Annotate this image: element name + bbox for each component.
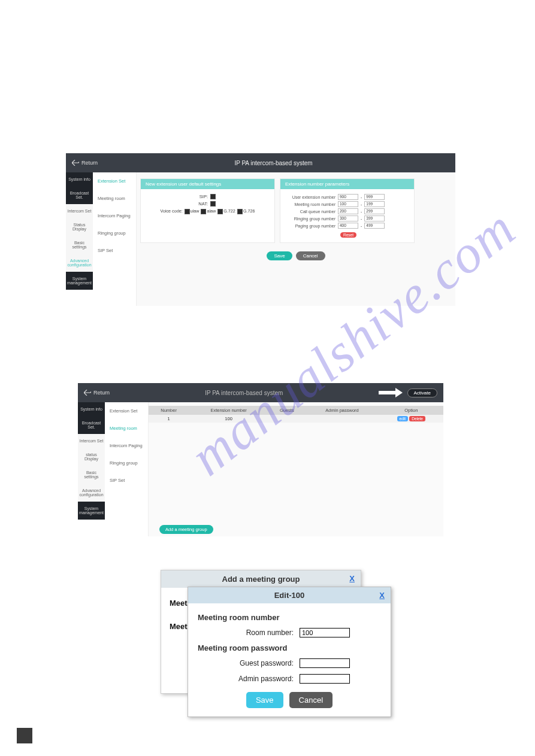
admin-password-input[interactable] [300, 674, 350, 684]
leftnav: System infoBroadcast Set.Intercom SetSta… [66, 172, 93, 306]
card-title: Extension number parameters [280, 179, 414, 189]
leftnav-item[interactable]: Intercom Set [78, 434, 105, 448]
add-meeting-group-button[interactable]: Add a meeting group [159, 525, 213, 534]
room-number-input[interactable] [300, 628, 350, 637]
subnav-item[interactable]: Meeting room [105, 420, 148, 437]
admin-password-label: Admin password: [198, 675, 300, 683]
app-title: IP PA intercom-based system [98, 160, 449, 166]
reset-button[interactable]: Reset [340, 232, 356, 238]
action-buttons: Save Cancel [140, 251, 452, 260]
subnav-item[interactable]: SIP Set [105, 472, 148, 489]
dialog-edit-meeting: Edit-100 X Meeting room number Room numb… [188, 587, 391, 717]
return-arrow-icon [84, 390, 91, 396]
param-to-input[interactable]: 199 [364, 201, 385, 207]
param-row: User extension number900-999 [285, 194, 409, 200]
param-label: Ringing group number [285, 217, 338, 221]
save-button[interactable]: Save [246, 692, 283, 708]
leftnav-item[interactable]: Broadcast Set. [78, 416, 105, 434]
cell-extension: 100 [189, 415, 268, 423]
leftnav-item[interactable]: System management [66, 272, 93, 290]
leftnav-item[interactable]: Advanced configuration [66, 254, 93, 272]
close-button[interactable]: X [379, 591, 385, 600]
table-header: Extension number [189, 406, 268, 415]
close-button[interactable]: X [349, 574, 355, 583]
voice-checkbox[interactable] [185, 209, 190, 214]
table-header: Admin password [306, 406, 379, 415]
return-arrow-icon [72, 160, 79, 166]
subnav-item[interactable]: Intercom Paging [105, 437, 148, 454]
cancel-button[interactable]: Cancel [289, 692, 333, 708]
leftnav-item[interactable]: Broadcast Set. [66, 186, 93, 204]
param-to-input[interactable]: 399 [364, 215, 385, 221]
activate-button[interactable]: Activate [407, 388, 437, 397]
table-header: Number [149, 406, 189, 415]
dialog-buttons: Save Cancel [198, 692, 381, 708]
voice-checkbox[interactable] [201, 209, 206, 214]
save-button[interactable]: Save [267, 251, 292, 260]
table-header: Guests [268, 406, 306, 415]
card-title: New extension user default settings [141, 179, 274, 189]
leftnav-item[interactable]: Advanced configuration [78, 484, 105, 502]
leftnav-item[interactable]: Basic settings [78, 466, 105, 484]
param-to-input[interactable]: 499 [364, 223, 385, 229]
param-label: Call queue number [285, 210, 338, 214]
param-row: Paging group number400-499 [285, 223, 409, 229]
leftnav-item[interactable]: status Display [78, 448, 105, 466]
leftnav-item[interactable]: System management [78, 502, 105, 520]
voice-checkbox[interactable] [237, 209, 243, 214]
table-row: 1100edit Delete [149, 415, 443, 423]
voice-option-label: G.726 [243, 208, 255, 214]
cancel-button[interactable]: Cancel [296, 251, 325, 260]
subnav-item[interactable]: Extension Set [93, 172, 136, 190]
subnav: Extension SetMeeting roomIntercom Paging… [93, 172, 137, 306]
leftnav-item[interactable]: Basic settings [66, 236, 93, 254]
voice-option-label: alaw [207, 208, 216, 214]
subnav: Extension SetMeeting roomIntercom Paging… [105, 402, 149, 536]
subnav-item[interactable]: Ringing group [105, 454, 148, 472]
subnav-item[interactable]: Intercom Paging [93, 207, 136, 224]
leftnav-item[interactable]: Intercom Set [66, 204, 93, 218]
param-row: Ringing group number300-399 [285, 215, 409, 221]
section-room-number: Meeting room number [198, 613, 381, 622]
delete-button[interactable]: Delete [409, 416, 425, 421]
leftnav-item[interactable]: Status Display [66, 218, 93, 236]
voice-option-label: G.722 [223, 208, 235, 214]
sip-checkbox[interactable] [210, 194, 216, 199]
subnav-item[interactable]: Meeting room [93, 190, 136, 207]
param-to-input[interactable]: 999 [364, 194, 385, 200]
guest-password-label: Guest password: [198, 659, 300, 667]
panel-extension-set: Return IP PA intercom-based system Syste… [66, 153, 455, 306]
param-from-input[interactable]: 300 [338, 215, 358, 221]
table-header-row: NumberExtension numberGuestsAdmin passwo… [149, 406, 443, 415]
nat-label: NAT: [198, 201, 208, 207]
return-button[interactable]: Return [84, 390, 110, 396]
leftnav: System infoBroadcast Set.Intercom Setsta… [78, 402, 105, 536]
cell-admin [306, 415, 379, 423]
topbar: Return IP PA intercom-based system [66, 153, 455, 172]
subnav-item[interactable]: Extension Set [105, 402, 148, 420]
cell-option: edit Delete [379, 415, 443, 423]
voice-checkbox[interactable] [217, 209, 223, 214]
room-number-label: Room number: [198, 629, 300, 637]
param-row: Call queue number200-299 [285, 208, 409, 214]
param-from-input[interactable]: 100 [338, 201, 358, 207]
guest-password-input[interactable] [300, 658, 350, 668]
return-button[interactable]: Return [72, 160, 98, 166]
section-room-password: Meeting room password [198, 643, 381, 652]
nat-checkbox[interactable] [210, 201, 216, 207]
subnav-item[interactable]: Ringing group [93, 224, 136, 242]
leftnav-item[interactable]: System info [78, 402, 105, 416]
voice-option-label: ulaw [191, 208, 200, 214]
subnav-item[interactable]: SIP Set [93, 242, 136, 259]
param-from-input[interactable]: 400 [338, 223, 358, 229]
param-from-input[interactable]: 200 [338, 208, 358, 214]
main-content: New extension user default settings SIP:… [137, 172, 455, 306]
param-from-input[interactable]: 900 [338, 194, 358, 200]
cell-number: 1 [149, 415, 189, 423]
meeting-table: NumberExtension numberGuestsAdmin passwo… [149, 406, 443, 423]
edit-button[interactable]: edit [397, 416, 408, 421]
param-to-input[interactable]: 299 [364, 208, 385, 214]
leftnav-item[interactable]: System info [66, 172, 93, 186]
panel-dialogs: Add a meeting group X Meetir Meeti Edit-… [161, 570, 394, 694]
return-label: Return [81, 160, 98, 166]
